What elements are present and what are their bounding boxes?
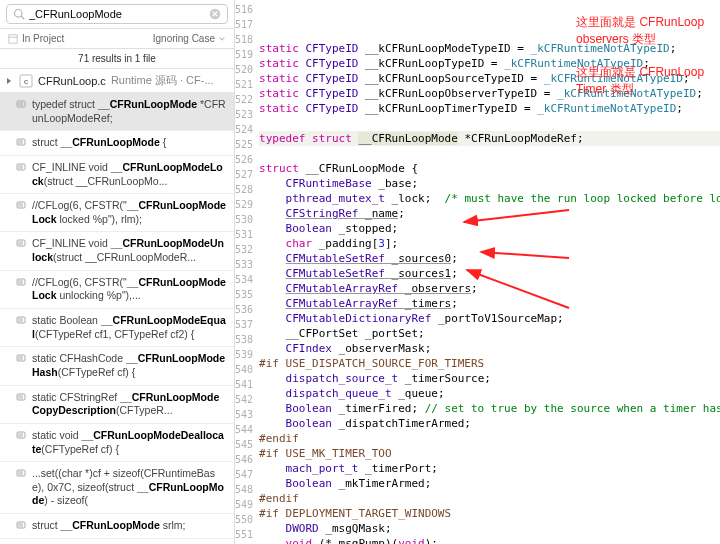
scope-selector[interactable]: In Project bbox=[8, 33, 64, 44]
search-result-item[interactable]: CF_INLINE void __CFRunLoopModeUnlock(str… bbox=[0, 232, 234, 270]
svg-rect-7 bbox=[17, 101, 25, 107]
code-line[interactable]: mach_port_t _timerPort; bbox=[259, 461, 720, 476]
results-list[interactable]: typedef struct __CFRunLoopMode *CFRunLoo… bbox=[0, 93, 234, 544]
result-icon bbox=[16, 392, 26, 402]
code-line[interactable]: char _padding[3]; bbox=[259, 236, 720, 251]
search-result-item[interactable]: static CFStringRef __CFRunLoopModeCopyDe… bbox=[0, 386, 234, 424]
code-line[interactable]: dispatch_source_t _timerSource; bbox=[259, 371, 720, 386]
result-icon bbox=[16, 520, 26, 530]
code-line[interactable]: Boolean _timerFired; // set to true by t… bbox=[259, 401, 720, 416]
file-path: Runtime 源码 · CF-... bbox=[111, 73, 214, 88]
code-line[interactable]: Boolean _mkTimerArmed; bbox=[259, 476, 720, 491]
svg-rect-28 bbox=[17, 355, 25, 361]
search-result-item[interactable]: static void __CFRunLoopModeDeallocate(CF… bbox=[0, 424, 234, 462]
result-text: CF_INLINE void __CFRunLoopModeUnlock(str… bbox=[32, 237, 226, 264]
code-line[interactable]: CFRuntimeBase _base; bbox=[259, 176, 720, 191]
code-line[interactable]: __CFPortSet _portSet; bbox=[259, 326, 720, 341]
svg-rect-31 bbox=[17, 394, 25, 400]
file-header[interactable]: c CFRunLoop.c Runtime 源码 · CF-... bbox=[0, 69, 234, 93]
code-line[interactable]: Boolean _stopped; bbox=[259, 221, 720, 236]
search-input[interactable] bbox=[29, 8, 209, 20]
svg-line-1 bbox=[21, 16, 24, 19]
result-icon bbox=[16, 99, 26, 109]
code-line[interactable]: static CFTypeID __kCFRunLoopObserverType… bbox=[259, 86, 720, 101]
code-line[interactable]: dispatch_queue_t _queue; bbox=[259, 386, 720, 401]
search-result-item[interactable]: typedef struct __CFRunLoopMode *CFRunLoo… bbox=[0, 93, 234, 131]
code-line[interactable]: #endif bbox=[259, 431, 720, 446]
code-line[interactable]: CFMutableArrayRef _observers; bbox=[259, 281, 720, 296]
svg-rect-25 bbox=[17, 317, 25, 323]
search-input-wrap[interactable] bbox=[6, 4, 228, 24]
search-result-item[interactable]: //CFLog(6, CFSTR("__CFRunLoopModeLock un… bbox=[0, 271, 234, 309]
svg-rect-19 bbox=[17, 240, 25, 246]
search-icon bbox=[13, 8, 25, 20]
result-icon bbox=[16, 238, 26, 248]
code-line[interactable]: static CFTypeID __kCFRunLoopSourceTypeID… bbox=[259, 71, 720, 86]
code-line[interactable]: pthread_mutex_t _lock; /* must have the … bbox=[259, 191, 720, 206]
code-line[interactable]: struct __CFRunLoopMode { bbox=[259, 161, 720, 176]
case-label: Ignoring Case bbox=[153, 33, 215, 44]
code-line[interactable]: CFMutableSetRef _sources0; bbox=[259, 251, 720, 266]
code-line[interactable]: CFStringRef _name; bbox=[259, 206, 720, 221]
search-result-item[interactable]: CF_INLINE void __CFRunLoopModeLock(struc… bbox=[0, 156, 234, 194]
code-line[interactable]: typedef struct __CFRunLoopMode *CFRunLoo… bbox=[259, 131, 720, 146]
code-line[interactable]: static CFTypeID __kCFRunLoopTimerTypeID … bbox=[259, 101, 720, 116]
code-line[interactable]: CFMutableDictionaryRef _portToV1SourceMa… bbox=[259, 311, 720, 326]
case-selector[interactable]: Ignoring Case bbox=[153, 33, 226, 44]
result-text: CF_INLINE void __CFRunLoopModeLock(struc… bbox=[32, 161, 226, 188]
code-line[interactable] bbox=[259, 146, 720, 161]
result-icon bbox=[16, 353, 26, 363]
scope-icon bbox=[8, 34, 18, 44]
code-line[interactable]: Boolean _dispatchTimerArmed; bbox=[259, 416, 720, 431]
search-result-item[interactable]: __CFRunLoopModeLock(rlm); bbox=[0, 539, 234, 544]
result-text: ...set((char *)cf + sizeof(CFRuntimeBase… bbox=[32, 467, 226, 508]
svg-rect-22 bbox=[17, 279, 25, 285]
result-text: struct __CFRunLoopMode srlm; bbox=[32, 519, 185, 533]
result-icon bbox=[16, 137, 26, 147]
file-name: CFRunLoop.c bbox=[38, 75, 106, 87]
code-line[interactable]: static CFTypeID __kCFRunLoopTypeID = _kC… bbox=[259, 56, 720, 71]
result-text: static CFStringRef __CFRunLoopModeCopyDe… bbox=[32, 391, 226, 418]
code-line[interactable]: #endif bbox=[259, 491, 720, 506]
code-line[interactable]: CFIndex _observerMask; bbox=[259, 341, 720, 356]
svg-rect-37 bbox=[17, 470, 25, 476]
result-text: struct __CFRunLoopMode { bbox=[32, 136, 166, 150]
code-line[interactable]: static CFTypeID __kCFRunLoopModeTypeID =… bbox=[259, 41, 720, 56]
search-result-item[interactable]: static CFHashCode __CFRunLoopModeHash(CF… bbox=[0, 347, 234, 385]
result-icon bbox=[16, 315, 26, 325]
code-line[interactable]: DWORD _msgQMask; bbox=[259, 521, 720, 536]
search-result-item[interactable]: static Boolean __CFRunLoopModeEqual(CFTy… bbox=[0, 309, 234, 347]
result-text: //CFLog(6, CFSTR("__CFRunLoopModeLock lo… bbox=[32, 199, 226, 226]
result-icon bbox=[16, 430, 26, 440]
svg-rect-34 bbox=[17, 432, 25, 438]
search-bar-row bbox=[0, 0, 234, 29]
c-file-icon: c bbox=[19, 74, 33, 88]
clear-search-icon[interactable] bbox=[209, 8, 221, 20]
svg-rect-3 bbox=[9, 34, 17, 42]
code-line[interactable] bbox=[259, 116, 720, 131]
search-sidebar: In Project Ignoring Case 71 results in 1… bbox=[0, 0, 235, 544]
code-line[interactable]: #if DEPLOYMENT_TARGET_WINDOWS bbox=[259, 506, 720, 521]
scope-label: In Project bbox=[22, 33, 64, 44]
code-editor[interactable]: 5165175185195205215225235245255265275285… bbox=[235, 0, 720, 544]
svg-rect-16 bbox=[17, 202, 25, 208]
result-text: //CFLog(6, CFSTR("__CFRunLoopModeLock un… bbox=[32, 276, 226, 303]
svg-rect-13 bbox=[17, 164, 25, 170]
result-icon bbox=[16, 200, 26, 210]
code-content[interactable]: static CFTypeID __kCFRunLoopModeTypeID =… bbox=[259, 0, 720, 544]
chevron-down-icon bbox=[218, 35, 226, 43]
code-line[interactable]: CFMutableSetRef _sources1; bbox=[259, 266, 720, 281]
code-line[interactable]: #if USE_MK_TIMER_TOO bbox=[259, 446, 720, 461]
search-result-item[interactable]: struct __CFRunLoopMode { bbox=[0, 131, 234, 156]
result-icon bbox=[16, 162, 26, 172]
search-result-item[interactable]: struct __CFRunLoopMode srlm; bbox=[0, 514, 234, 539]
disclosure-triangle-icon[interactable] bbox=[6, 77, 14, 85]
result-text: static Boolean __CFRunLoopModeEqual(CFTy… bbox=[32, 314, 226, 341]
search-scope-row: In Project Ignoring Case bbox=[0, 29, 234, 49]
search-result-item[interactable]: ...set((char *)cf + sizeof(CFRuntimeBase… bbox=[0, 462, 234, 514]
svg-rect-10 bbox=[17, 139, 25, 145]
code-line[interactable]: void (*_msgPump)(void); bbox=[259, 536, 720, 544]
code-line[interactable]: CFMutableArrayRef _timers; bbox=[259, 296, 720, 311]
search-result-item[interactable]: //CFLog(6, CFSTR("__CFRunLoopModeLock lo… bbox=[0, 194, 234, 232]
code-line[interactable]: #if USE_DISPATCH_SOURCE_FOR_TIMERS bbox=[259, 356, 720, 371]
